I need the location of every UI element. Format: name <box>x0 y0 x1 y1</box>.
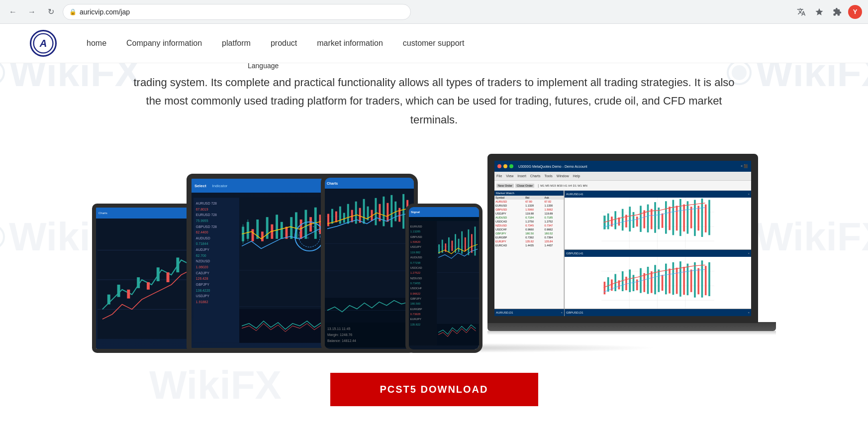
svg-text:AUDUSD: AUDUSD <box>196 236 210 240</box>
tablet-screen-content: Select Indicator AURUSD 728 67.8019 EURU… <box>192 179 331 348</box>
svg-rect-44 <box>261 231 264 241</box>
svg-text:75.9955: 75.9955 <box>196 219 208 222</box>
nav-market[interactable]: market information <box>317 39 383 48</box>
svg-rect-13 <box>176 258 179 273</box>
svg-rect-10 <box>147 282 150 290</box>
logo-circle: A <box>30 30 57 57</box>
svg-rect-129 <box>468 229 469 255</box>
svg-rect-6 <box>107 295 110 305</box>
phone-large-device: Charts <box>321 174 418 353</box>
svg-rect-126 <box>458 239 460 252</box>
svg-text:USDJPY: USDJPY <box>410 246 421 249</box>
star-button[interactable] <box>812 5 826 19</box>
svg-rect-156 <box>662 214 664 228</box>
devices-container: Charts <box>30 144 838 353</box>
svg-rect-83 <box>390 195 392 227</box>
svg-rect-191 <box>654 265 656 295</box>
svg-text:135.822: 135.822 <box>410 323 420 326</box>
svg-rect-69 <box>335 212 337 222</box>
svg-rect-163 <box>687 201 689 233</box>
svg-text:GBPJPY: GBPJPY <box>196 283 209 286</box>
main-content: WikiFX WikiFX WikiFX WikiFX WikiFX <box>0 24 868 442</box>
svg-text:126.428: 126.428 <box>196 277 208 281</box>
svg-text:○: ○ <box>307 235 309 240</box>
svg-text:USDJPY: USDJPY <box>196 295 209 298</box>
svg-rect-132 <box>437 324 479 345</box>
svg-text:Balance: 14812.44: Balance: 14812.44 <box>327 339 356 342</box>
svg-text:1.91882: 1.91882 <box>196 300 208 304</box>
svg-rect-71 <box>343 213 345 223</box>
svg-rect-202 <box>694 262 696 298</box>
refresh-button[interactable]: ↻ <box>44 5 58 19</box>
svg-text:180.500: 180.500 <box>410 302 420 305</box>
svg-text:GBPUSD 728: GBPUSD 728 <box>196 225 217 228</box>
svg-rect-185 <box>633 275 635 291</box>
description-section: trading system. Its complete and practic… <box>0 63 868 144</box>
svg-rect-157 <box>665 201 667 233</box>
svg-rect-206 <box>708 262 710 296</box>
site-logo[interactable]: A <box>30 30 57 57</box>
svg-rect-76 <box>363 199 365 224</box>
svg-rect-177 <box>604 282 606 294</box>
svg-text:EURGBP: EURGBP <box>410 308 422 311</box>
translate-button[interactable] <box>794 5 808 19</box>
svg-rect-128 <box>465 237 466 251</box>
svg-text:1.06020: 1.06020 <box>196 265 208 269</box>
svg-rect-169 <box>708 200 710 235</box>
svg-rect-162 <box>683 205 685 231</box>
svg-rect-195 <box>669 269 671 294</box>
svg-rect-203 <box>697 268 699 295</box>
nav-platform[interactable]: platform <box>222 39 251 48</box>
svg-text:EURUSD 728: EURUSD 728 <box>196 213 217 217</box>
svg-rect-201 <box>690 270 692 292</box>
nav-support[interactable]: customer support <box>403 39 465 48</box>
svg-rect-12 <box>167 272 170 282</box>
nav-company[interactable]: Company information <box>126 39 202 48</box>
svg-text:0.73455: 0.73455 <box>410 282 420 285</box>
svg-rect-145 <box>622 209 624 231</box>
extensions-button[interactable] <box>830 5 844 19</box>
svg-rect-166 <box>697 206 699 231</box>
svg-rect-8 <box>127 290 130 299</box>
svg-rect-193 <box>662 275 664 291</box>
browser-actions: Y <box>794 5 862 19</box>
nav-product[interactable]: product <box>271 39 297 48</box>
svg-rect-182 <box>622 271 624 291</box>
svg-rect-68 <box>331 209 333 224</box>
svg-rect-164 <box>690 207 692 228</box>
svg-rect-47 <box>276 215 278 239</box>
svg-rect-143 <box>614 211 616 229</box>
svg-text:0.77158: 0.77158 <box>410 261 420 264</box>
svg-text:NZDUSD: NZDUSD <box>196 260 210 263</box>
svg-text:Margin: 1248.76: Margin: 1248.76 <box>327 333 352 337</box>
svg-rect-152 <box>647 205 649 232</box>
svg-rect-197 <box>676 268 678 294</box>
nav-home[interactable]: home <box>87 39 106 48</box>
svg-rect-123 <box>448 237 450 252</box>
svg-rect-45 <box>266 217 269 239</box>
svg-text:CADJPY: CADJPY <box>196 271 209 275</box>
svg-rect-161 <box>679 199 681 236</box>
svg-text:GBPUSD: GBPUSD <box>410 235 422 238</box>
svg-rect-178 <box>607 277 609 292</box>
svg-rect-42 <box>252 229 254 241</box>
svg-text:0.96622: 0.96622 <box>410 292 420 295</box>
svg-rect-167 <box>701 199 703 237</box>
svg-rect-11 <box>157 267 160 281</box>
svg-rect-53 <box>304 210 307 239</box>
svg-text:62.700: 62.700 <box>196 254 206 257</box>
forward-button[interactable]: → <box>25 5 39 19</box>
browser-chrome: ← → ↻ 🔒 auricvip.com/jap Y <box>0 0 868 24</box>
svg-rect-205 <box>705 266 707 295</box>
back-button[interactable]: ← <box>6 5 20 19</box>
user-avatar[interactable]: Y <box>848 5 862 19</box>
svg-text:119.882: 119.882 <box>410 251 420 254</box>
language-selector[interactable]: Language <box>248 62 279 70</box>
svg-rect-124 <box>452 241 453 251</box>
download-button[interactable]: PCST5 DOWNLOAD <box>330 373 538 406</box>
address-bar[interactable]: 🔒 auricvip.com/jap <box>63 4 411 20</box>
svg-text:AUDJPY: AUDJPY <box>196 248 209 251</box>
svg-text:GBPJPY: GBPJPY <box>410 297 421 300</box>
svg-text:USDCAD: USDCAD <box>410 266 422 269</box>
site-nav: home Company information platform produc… <box>87 39 838 48</box>
